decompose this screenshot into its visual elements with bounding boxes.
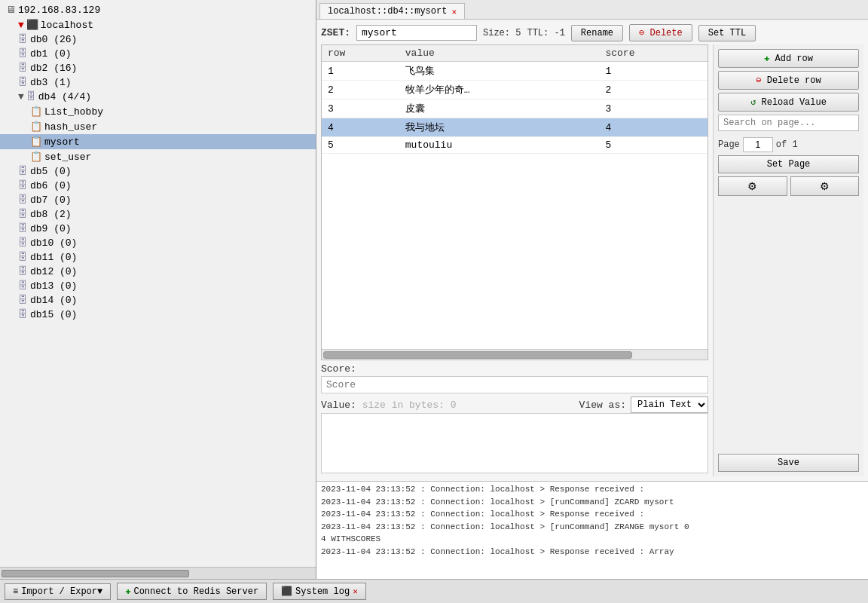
- search-input[interactable]: [718, 115, 859, 131]
- set-page-button[interactable]: Set Page: [718, 155, 859, 173]
- prev-icon: ⚙: [747, 180, 757, 192]
- table-row[interactable]: 3皮囊3: [322, 99, 708, 118]
- score-input[interactable]: [321, 376, 708, 393]
- zset-key-input[interactable]: [356, 25, 477, 41]
- table-row[interactable]: 1飞鸟集1: [322, 62, 708, 81]
- connect-redis-button[interactable]: ✚ Connect to Redis Server: [117, 583, 267, 600]
- log-line: 2023-11-04 23:13:52 : Connection: localh…: [321, 508, 863, 521]
- tree-container[interactable]: 🖥 192.168.83.129 ▼ ⬛ localhost 🗄 db0 (26…: [0, 0, 316, 567]
- db1-label: db1 (0): [30, 48, 72, 60]
- add-row-button[interactable]: ✚ Add row: [718, 49, 859, 68]
- connect-icon: ✚: [125, 586, 130, 597]
- db-icon: 🗄: [18, 63, 28, 74]
- save-button[interactable]: Save: [718, 454, 859, 472]
- right-sidebar: ✚ Add row ⊖ Delete row ↺ Reload Value Pa…: [713, 44, 863, 476]
- set-key-icon: 📋: [30, 151, 42, 163]
- table-row[interactable]: 2牧羊少年的奇…2: [322, 81, 708, 99]
- system-log-close[interactable]: ✕: [353, 586, 358, 596]
- db-icon: 🗄: [18, 295, 28, 306]
- view-as-label: View as:: [579, 399, 626, 411]
- page-label: Page: [718, 139, 740, 150]
- tab-close-button[interactable]: ✕: [451, 7, 457, 17]
- db-icon: 🗄: [18, 180, 28, 191]
- page-input[interactable]: [743, 137, 773, 152]
- db3-label: db3 (1): [30, 77, 72, 88]
- cell-row: 2: [322, 81, 399, 99]
- tree-db4[interactable]: ▼ 🗄 db4 (4/4): [0, 90, 316, 104]
- db-icon: 🗄: [18, 48, 28, 60]
- tree-db7[interactable]: 🗄 db7 (0): [0, 193, 316, 207]
- zset-key-icon: 📋: [30, 136, 42, 148]
- tree-key-hash-user[interactable]: 📋 hash_user: [0, 119, 316, 134]
- cell-value: 我与地坛: [399, 118, 600, 137]
- next-page-button[interactable]: ⚙: [790, 176, 860, 196]
- tab-mysort[interactable]: localhost::db4::mysort ✕: [319, 3, 465, 19]
- db2-label: db2 (16): [30, 63, 77, 74]
- log-line: 2023-11-04 23:13:52 : Connection: localh…: [321, 521, 863, 534]
- value-section: Value: size in bytes: 0 View as: Plain T…: [321, 396, 708, 476]
- db-icon: 🗄: [18, 237, 28, 249]
- tree-db1[interactable]: 🗄 db1 (0): [0, 47, 316, 61]
- cell-score: 1: [599, 62, 708, 81]
- tree-server[interactable]: 🖥 192.168.83.129: [0, 3, 316, 17]
- db-icon: 🗄: [18, 252, 28, 263]
- page-section: Page of 1: [718, 137, 859, 152]
- tree-db0[interactable]: 🗄 db0 (26): [0, 32, 316, 47]
- tree-db3[interactable]: 🗄 db3 (1): [0, 75, 316, 90]
- system-log-tab[interactable]: ⬛ System log ✕: [273, 583, 366, 600]
- tab-bar: localhost::db4::mysort ✕: [316, 0, 868, 20]
- db-icon: 🗄: [18, 280, 28, 292]
- log-area: 2023-11-04 23:13:52 : Connection: localh…: [316, 481, 868, 579]
- tree-key-set-user[interactable]: 📋 set_user: [0, 149, 316, 164]
- tree-db6[interactable]: 🗄 db6 (0): [0, 179, 316, 193]
- delete-icon: ⊖: [639, 28, 644, 38]
- tree-db12[interactable]: 🗄 db12 (0): [0, 265, 316, 279]
- tree-db5[interactable]: 🗄 db5 (0): [0, 164, 316, 179]
- tree-db10[interactable]: 🗄 db10 (0): [0, 236, 316, 250]
- db0-label: db0 (26): [30, 34, 77, 45]
- cell-row: 1: [322, 62, 399, 81]
- size-label: Size: 5: [483, 28, 521, 38]
- table-scroll[interactable]: row value score 1飞鸟集12牧羊少年的奇…23皮囊34我与地坛4…: [322, 45, 708, 349]
- table-row[interactable]: 5mutouliu5: [322, 137, 708, 154]
- tree-db14[interactable]: 🗄 db14 (0): [0, 293, 316, 308]
- table-wrapper: row value score 1飞鸟集12牧羊少年的奇…23皮囊34我与地坛4…: [321, 44, 708, 476]
- reload-value-button[interactable]: ↺ Reload Value: [718, 93, 859, 112]
- tree-db2[interactable]: 🗄 db2 (16): [0, 61, 316, 75]
- delete-row-button[interactable]: ⊖ Delete row: [718, 71, 859, 90]
- tree-localhost[interactable]: ▼ ⬛ localhost: [0, 17, 316, 32]
- tree-db13[interactable]: 🗄 db13 (0): [0, 279, 316, 293]
- set-user-label: set_user: [44, 152, 91, 163]
- tree-key-list-hobby[interactable]: 📋 List_hobby: [0, 104, 316, 119]
- import-export-button[interactable]: ≡ Import / Expor▼: [5, 583, 111, 600]
- tree-hscroll[interactable]: [0, 567, 316, 579]
- db-icon: 🗄: [18, 266, 28, 277]
- table-row[interactable]: 4我与地坛4: [322, 118, 708, 137]
- delete-button[interactable]: ⊖ Delete: [629, 24, 692, 41]
- tree-db15[interactable]: 🗄 db15 (0): [0, 308, 316, 322]
- hash-user-label: hash_user: [44, 121, 97, 133]
- tree-db9[interactable]: 🗄 db9 (0): [0, 222, 316, 236]
- tree-db8[interactable]: 🗄 db8 (2): [0, 207, 316, 222]
- value-label: Value:: [321, 399, 356, 411]
- table-sidebar-row: row value score 1飞鸟集12牧羊少年的奇…23皮囊34我与地坛4…: [321, 44, 863, 476]
- nav-buttons: ⚙ ⚙: [718, 176, 859, 196]
- db-icon: 🗄: [18, 34, 28, 45]
- table-hscroll[interactable]: [322, 349, 708, 360]
- view-as-select[interactable]: Plain Text JSON Hex Binary: [631, 396, 708, 413]
- set-ttl-button[interactable]: Set TTL: [698, 25, 756, 41]
- db-icon: 🗄: [18, 194, 28, 206]
- log-line: 4 WITHSCORES: [321, 533, 863, 546]
- cell-score: 3: [599, 99, 708, 118]
- value-textarea[interactable]: [321, 413, 708, 473]
- hscroll-thumb: [323, 351, 632, 359]
- tree-db11[interactable]: 🗄 db11 (0): [0, 250, 316, 265]
- bottom-bar: ≡ Import / Expor▼ ✚ Connect to Redis Ser…: [0, 579, 868, 603]
- tree-key-mysort[interactable]: 📋 mysort: [0, 134, 316, 149]
- score-label: Score:: [321, 363, 708, 375]
- rename-button[interactable]: Rename: [571, 25, 623, 41]
- import-export-label: Import / Expor▼: [21, 586, 102, 597]
- prev-page-button[interactable]: ⚙: [718, 176, 787, 196]
- log-line: 2023-11-04 23:13:52 : Connection: localh…: [321, 483, 863, 496]
- zset-type-label: ZSET:: [321, 27, 350, 38]
